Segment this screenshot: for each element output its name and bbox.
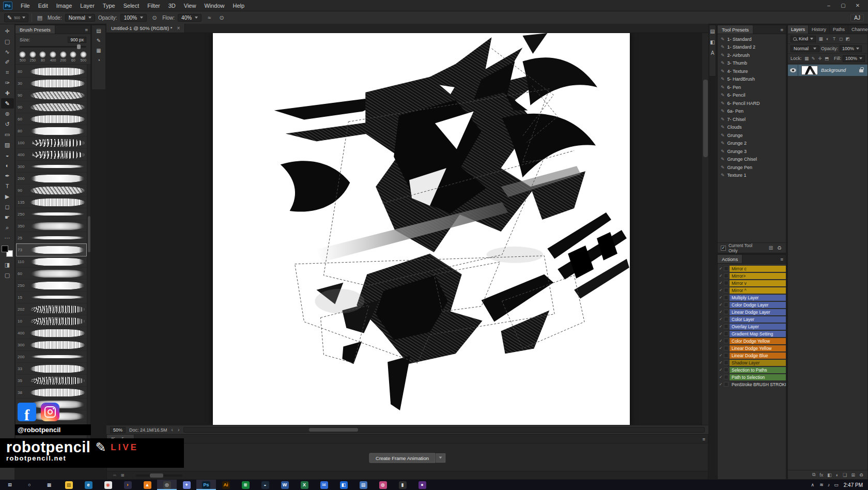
- brush-preset[interactable]: 250: [17, 208, 86, 220]
- brush-preset[interactable]: 250: [17, 280, 86, 292]
- brush-preset[interactable]: 90: [17, 185, 86, 196]
- new-tool-preset-icon[interactable]: ⊞: [768, 245, 774, 251]
- zoom-level-field[interactable]: 50%: [110, 427, 126, 433]
- action-item[interactable]: Multiply Layer: [718, 294, 786, 301]
- action-dialog-toggle[interactable]: [724, 360, 729, 365]
- taskbar-app-slot[interactable]: ◍: [373, 480, 393, 490]
- action-label[interactable]: Gradient Map Setting: [730, 331, 786, 337]
- action-dialog-toggle[interactable]: [724, 382, 729, 387]
- lasso-tool-icon[interactable]: ∿: [1, 47, 14, 57]
- taskbar-app-slot[interactable]: ▦: [39, 480, 59, 490]
- clone-stamp-tool-icon[interactable]: ⊛: [1, 109, 14, 119]
- tool-preset-item[interactable]: 5- HardBrush: [718, 75, 786, 84]
- action-dialog-toggle[interactable]: [724, 353, 729, 358]
- close-button[interactable]: ✕: [850, 3, 865, 8]
- brush-tip-preset[interactable]: 80: [38, 51, 48, 62]
- brush-preset[interactable]: 202: [17, 303, 86, 315]
- brush-tip-preset[interactable]: 60: [69, 51, 78, 62]
- brush-tip-preset[interactable]: 500: [79, 51, 88, 62]
- action-check-icon[interactable]: [718, 281, 724, 285]
- tray-expand-icon[interactable]: ∧: [811, 482, 815, 487]
- history-brush-tool-icon[interactable]: ↺: [1, 119, 14, 129]
- tool-preset-item[interactable]: Clouds: [718, 124, 786, 132]
- user-badge[interactable]: AJ: [850, 14, 864, 22]
- action-label[interactable]: Overlay Layer: [730, 324, 786, 330]
- action-item[interactable]: Color Dodge Layer: [718, 301, 786, 308]
- dodge-tool-icon[interactable]: ◐: [1, 160, 14, 171]
- screen-mode-icon[interactable]: ▢: [1, 270, 14, 280]
- tool-preset-item[interactable]: Grunge 3: [718, 147, 786, 156]
- action-item[interactable]: Mirror>: [718, 272, 786, 279]
- brush-preset[interactable]: 60: [17, 113, 86, 125]
- zoom-tool-icon[interactable]: ⌕: [1, 222, 14, 233]
- action-check-icon[interactable]: [718, 288, 724, 293]
- tool-preset-item[interactable]: 6a- Pen: [718, 108, 786, 116]
- vertical-scrollbar[interactable]: [702, 33, 708, 425]
- layer-row[interactable]: Background: [788, 65, 867, 76]
- taskbar-app-slot[interactable]: ○: [20, 480, 39, 490]
- lock-pixels-icon[interactable]: ✎: [810, 56, 817, 61]
- brush-presets-panel-icon[interactable]: ✎: [97, 38, 101, 43]
- scroll-left-icon[interactable]: ‹: [171, 427, 174, 433]
- minimize-button[interactable]: –: [822, 3, 836, 8]
- action-check-icon[interactable]: [718, 295, 724, 300]
- action-item[interactable]: Mirror ^: [718, 287, 786, 294]
- action-label[interactable]: Mirror>: [730, 273, 786, 279]
- size-slider-thumb[interactable]: [77, 44, 81, 49]
- action-check-icon[interactable]: [718, 324, 724, 329]
- tool-preset-item[interactable]: Grunge Chisel: [718, 156, 786, 164]
- scrollbar-thumb[interactable]: [703, 80, 708, 157]
- shape-tool-icon[interactable]: ◻: [1, 202, 14, 212]
- timeline-frames-icon[interactable]: ▫▫: [113, 473, 116, 478]
- filter-type-icon[interactable]: T: [831, 36, 838, 41]
- panel-tab[interactable]: Channels: [848, 25, 868, 34]
- opacity-select[interactable]: 100%: [120, 14, 147, 22]
- tab-close-icon[interactable]: ×: [177, 25, 180, 31]
- action-item[interactable]: Path to Selection: [718, 374, 786, 380]
- tool-preset-item[interactable]: 6- Pen: [718, 83, 786, 91]
- tool-preset-item[interactable]: 4- Texture: [718, 67, 786, 75]
- action-check-icon[interactable]: [718, 360, 724, 365]
- action-label[interactable]: Linear Dodge Layer: [730, 309, 786, 315]
- create-animation-dropdown[interactable]: [436, 453, 446, 463]
- taskbar-app-slot[interactable]: W: [275, 480, 295, 490]
- action-item[interactable]: Gradient Map Setting: [718, 330, 786, 337]
- brush-preset[interactable]: 350: [17, 220, 86, 232]
- action-item[interactable]: Selection to Paths: [718, 366, 786, 373]
- action-check-icon[interactable]: [718, 375, 724, 379]
- pressure-opacity-icon[interactable]: ⊙: [150, 13, 159, 22]
- taskbar-app-slot[interactable]: ◒: [255, 480, 275, 490]
- tab-tool-presets[interactable]: Tool Presets: [718, 25, 753, 34]
- panel-tab[interactable]: Layers: [788, 25, 809, 34]
- filter-kind-select[interactable]: Kind: [791, 36, 816, 42]
- brush-preset-picker[interactable]: ✎ 500: [4, 13, 28, 22]
- edit-toolbar-icon[interactable]: ⋯: [1, 233, 14, 243]
- action-item[interactable]: Linear Dodge Yellow: [718, 345, 786, 351]
- filter-adjustment-icon[interactable]: ◐: [824, 36, 831, 41]
- menu-item[interactable]: File: [17, 3, 34, 9]
- taskbar-app-slot[interactable]: ▮: [393, 480, 412, 490]
- foreground-color-swatch[interactable]: [2, 246, 8, 252]
- current-tool-only-checkbox[interactable]: ✓: [721, 246, 726, 251]
- timeline-convert-icon[interactable]: ⊞: [121, 473, 125, 478]
- flow-select[interactable]: 40%: [178, 14, 202, 22]
- new-layer-icon[interactable]: ⊞: [851, 472, 855, 478]
- tool-preset-item[interactable]: 7- Chisel: [718, 115, 786, 124]
- menu-item[interactable]: Select: [119, 3, 144, 9]
- action-label[interactable]: Color Layer: [730, 316, 786, 323]
- marquee-tool-icon[interactable]: ▢: [1, 36, 14, 47]
- action-item[interactable]: Linear Dodge Blue: [718, 352, 786, 359]
- character-panel-icon[interactable]: A: [711, 51, 715, 56]
- action-dialog-toggle[interactable]: [724, 368, 729, 372]
- timeline-zoom-slider[interactable]: [136, 474, 182, 477]
- quick-mask-icon[interactable]: ◨: [1, 259, 14, 270]
- brush-preset[interactable]: 200: [17, 173, 86, 185]
- link-layers-icon[interactable]: ⧉: [812, 472, 815, 478]
- brush-preset[interactable]: 400: [17, 327, 86, 339]
- action-label[interactable]: Selection to Paths: [730, 367, 786, 373]
- action-label[interactable]: Linear Dodge Yellow: [730, 345, 786, 351]
- action-label[interactable]: Mirror v: [730, 280, 786, 286]
- scroll-right-icon[interactable]: ›: [177, 427, 180, 433]
- action-label[interactable]: Shadow Layer: [730, 360, 786, 366]
- taskbar-app-slot[interactable]: ▤: [353, 480, 373, 490]
